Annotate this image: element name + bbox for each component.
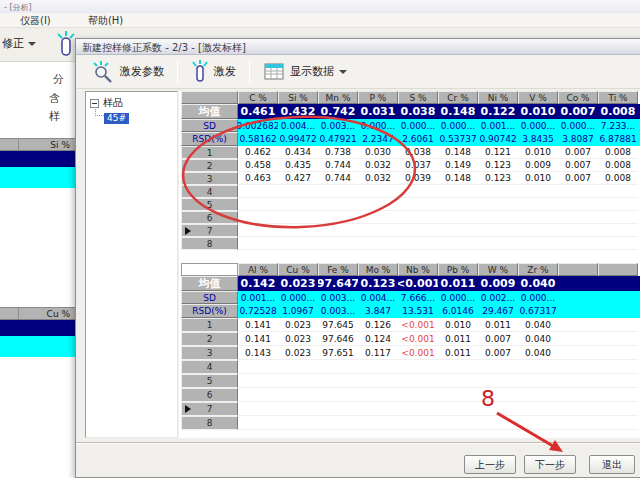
- data-cell[interactable]: 0.010: [438, 318, 478, 332]
- data-cell[interactable]: [318, 374, 358, 388]
- data-cell[interactable]: 0.011: [438, 346, 478, 360]
- data-cell[interactable]: [318, 185, 358, 198]
- data-cell[interactable]: 0.030: [358, 146, 398, 159]
- excite-toolbar-button[interactable]: [55, 31, 77, 63]
- tree-node-sample-45[interactable]: 45#: [104, 113, 129, 124]
- data-cell[interactable]: 0.463: [238, 172, 278, 185]
- data-cell[interactable]: 0.117: [358, 346, 398, 360]
- data-cell[interactable]: [518, 185, 558, 198]
- column-header[interactable]: Al %: [238, 263, 278, 276]
- correction-dropdown-button[interactable]: 修正: [2, 36, 36, 51]
- data-cell[interactable]: [278, 360, 318, 374]
- dialog-titlebar[interactable]: 新建控样修正系数 - 2/3 - [激发标样]: [76, 39, 640, 55]
- data-cell[interactable]: [558, 360, 598, 374]
- data-cell[interactable]: [318, 388, 358, 402]
- data-cell[interactable]: 0.007: [478, 332, 518, 346]
- data-cell[interactable]: 0.023: [278, 346, 318, 360]
- data-cell[interactable]: [358, 416, 398, 430]
- data-cell[interactable]: [398, 360, 438, 374]
- column-header[interactable]: [598, 263, 638, 276]
- data-cell[interactable]: 0.011: [438, 332, 478, 346]
- data-cell[interactable]: [438, 198, 478, 211]
- column-header[interactable]: W %: [478, 263, 518, 276]
- data-cell[interactable]: [278, 374, 318, 388]
- data-cell[interactable]: [478, 185, 518, 198]
- row-header[interactable]: 6: [181, 388, 238, 402]
- data-cell[interactable]: [238, 388, 278, 402]
- row-header[interactable]: 8: [181, 416, 238, 430]
- row-header[interactable]: 1: [181, 318, 238, 332]
- column-header[interactable]: V %: [518, 91, 558, 104]
- data-cell[interactable]: 0.744: [318, 172, 358, 185]
- column-header[interactable]: [558, 263, 598, 276]
- row-header-sd[interactable]: SD: [181, 119, 238, 132]
- data-cell[interactable]: <0.001: [398, 318, 438, 332]
- data-cell[interactable]: 0.023: [278, 318, 318, 332]
- data-cell[interactable]: 0.744: [318, 159, 358, 172]
- row-header-sd[interactable]: SD: [181, 291, 238, 304]
- column-header[interactable]: Zr %: [518, 263, 558, 276]
- data-cell[interactable]: [438, 416, 478, 430]
- column-header[interactable]: Mn %: [318, 91, 358, 104]
- data-cell[interactable]: 97.645: [318, 318, 358, 332]
- column-header[interactable]: P %: [358, 91, 398, 104]
- data-cell[interactable]: 97.651: [318, 346, 358, 360]
- data-cell[interactable]: 0.039: [398, 172, 438, 185]
- row-header[interactable]: 3: [181, 172, 238, 185]
- data-cell[interactable]: [518, 198, 558, 211]
- data-cell[interactable]: [398, 416, 438, 430]
- data-cell[interactable]: [398, 185, 438, 198]
- data-cell[interactable]: [518, 374, 558, 388]
- data-cell[interactable]: [598, 402, 638, 416]
- row-header[interactable]: 7: [181, 402, 238, 416]
- data-cell[interactable]: 0.141: [238, 318, 278, 332]
- data-cell[interactable]: [598, 346, 638, 360]
- data-cell[interactable]: 0.458: [238, 159, 278, 172]
- data-cell[interactable]: 0.023: [278, 332, 318, 346]
- data-cell[interactable]: [518, 388, 558, 402]
- data-cell[interactable]: [358, 237, 398, 250]
- row-header-rsd[interactable]: RSD(%): [181, 132, 238, 146]
- data-cell[interactable]: [278, 416, 318, 430]
- next-step-button[interactable]: 下一步: [524, 455, 576, 474]
- data-cell[interactable]: [358, 402, 398, 416]
- data-cell[interactable]: 97.646: [318, 332, 358, 346]
- row-header[interactable]: 4: [181, 360, 238, 374]
- data-cell[interactable]: [438, 374, 478, 388]
- data-cell[interactable]: [438, 402, 478, 416]
- column-header[interactable]: Ti %: [598, 91, 638, 104]
- data-cell[interactable]: [598, 318, 638, 332]
- data-cell[interactable]: <0.001: [398, 332, 438, 346]
- data-cell[interactable]: [238, 224, 278, 237]
- column-header[interactable]: S %: [398, 91, 438, 104]
- data-cell[interactable]: 0.148: [438, 172, 478, 185]
- data-cell[interactable]: [318, 360, 358, 374]
- data-cell[interactable]: [598, 211, 638, 224]
- data-cell[interactable]: 0.121: [478, 146, 518, 159]
- data-cell[interactable]: [358, 185, 398, 198]
- column-header[interactable]: Si %: [278, 91, 318, 104]
- data-cell[interactable]: [238, 402, 278, 416]
- data-cell[interactable]: 0.007: [558, 146, 598, 159]
- data-cell[interactable]: 0.148: [438, 146, 478, 159]
- data-cell[interactable]: [558, 318, 598, 332]
- data-cell[interactable]: [438, 237, 478, 250]
- data-cell[interactable]: [558, 402, 598, 416]
- column-header[interactable]: Cu %: [278, 263, 318, 276]
- data-cell[interactable]: [518, 416, 558, 430]
- row-header-mean[interactable]: 均值: [181, 276, 238, 291]
- data-cell[interactable]: [478, 237, 518, 250]
- data-cell[interactable]: [278, 402, 318, 416]
- data-cell[interactable]: [238, 211, 278, 224]
- data-cell[interactable]: [558, 332, 598, 346]
- data-cell[interactable]: [318, 211, 358, 224]
- data-cell[interactable]: [478, 224, 518, 237]
- data-cell[interactable]: [278, 224, 318, 237]
- data-cell[interactable]: [238, 198, 278, 211]
- data-cell[interactable]: [558, 224, 598, 237]
- row-header[interactable]: 3: [181, 346, 238, 360]
- menu-instrument[interactable]: 仪器(I): [12, 13, 59, 29]
- data-cell[interactable]: [398, 198, 438, 211]
- data-cell[interactable]: 0.427: [278, 172, 318, 185]
- column-header[interactable]: Cr %: [438, 91, 478, 104]
